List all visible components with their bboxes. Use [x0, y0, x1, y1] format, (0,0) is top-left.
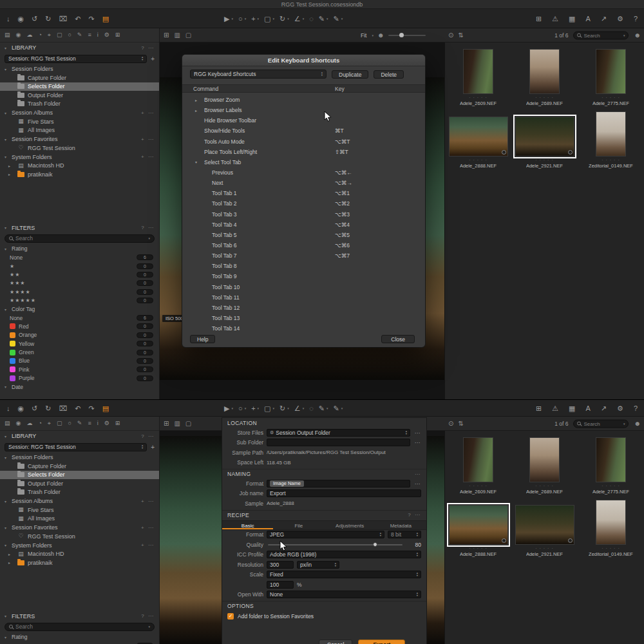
section-session-folders[interactable]: ▾Session Folders [0, 453, 159, 462]
redo-icon[interactable]: ↷ [88, 404, 94, 412]
draw-mask-tool-icon[interactable]: ✎▾ [319, 15, 328, 22]
recipe-format-select[interactable]: JPEG ▴▾ [267, 531, 384, 538]
sub-folder-input[interactable] [267, 439, 410, 446]
delete-button[interactable]: Delete [374, 70, 404, 79]
rotate-ccw-icon[interactable]: ↺ [32, 404, 37, 412]
rotate-cw-icon[interactable]: ↻ [45, 404, 51, 412]
scale-select[interactable]: Fixed ▴▾ [267, 571, 421, 578]
store-files-more-button[interactable]: ⋯ [413, 430, 421, 436]
gear-icon[interactable]: ⚙ [617, 15, 623, 22]
thumbnail-cell[interactable]: · · · · ·Adele_2609.NEF [445, 45, 511, 108]
library-tab-icon[interactable]: ▤ [5, 32, 10, 38]
filter-row-none[interactable]: None6 [0, 314, 159, 322]
avatar-icon[interactable]: ☻ [634, 32, 641, 39]
filter-row--[interactable]: ★★★★★0 [0, 296, 159, 305]
eye-icon[interactable]: ⊙ [448, 32, 453, 39]
crop-tab-icon[interactable]: ▢ [57, 421, 62, 426]
single-view-icon[interactable]: ▢ [185, 421, 191, 427]
fit-dropdown[interactable]: Fit [361, 32, 366, 39]
info-tab-icon[interactable]: i [97, 421, 99, 426]
annotations-icon[interactable]: A [585, 15, 590, 22]
library-item-macintosh-hd[interactable]: ▸▤Macintosh HD [0, 162, 159, 171]
two-up-view-icon[interactable]: ▥ [174, 421, 180, 427]
filters-header[interactable]: ▾FILTERS? ⋯ [0, 611, 159, 621]
table-view-icon[interactable]: ⊞ [536, 404, 542, 412]
shortcut-row-tool-tab-9[interactable]: Tool Tab 9 [182, 271, 425, 281]
filter-row-pink[interactable]: Pink0 [0, 365, 159, 374]
quality-value[interactable]: 80 [407, 542, 421, 548]
loupe-tool-icon[interactable]: ○▾ [238, 404, 246, 412]
zoom-slider-knob[interactable] [399, 33, 404, 37]
browser-search-input[interactable]: Search▾ [573, 31, 629, 39]
avatar-icon[interactable]: ☻ [634, 421, 641, 427]
export-icon[interactable]: ↗ [601, 15, 607, 22]
list-tab-icon[interactable]: ≡ [88, 32, 91, 38]
add-folder-checkbox[interactable] [227, 613, 234, 620]
help-button[interactable]: Help [190, 335, 215, 343]
filter-row--[interactable]: ★★★★0 [0, 288, 159, 296]
store-files-select[interactable]: ⚙ Session Output Folder ▴▾ [267, 429, 410, 437]
expand-chevron-icon[interactable]: ▸ [195, 98, 197, 102]
shortcut-row-tool-tab-4[interactable]: Tool Tab 4⌥⌘4 [182, 220, 425, 230]
library-header[interactable]: ▾LIBRARY? ⋯ [0, 43, 159, 53]
section-system-folders-actions[interactable]: + ⋯ [141, 154, 155, 160]
settings-tab-icon[interactable]: ⚙ [104, 421, 109, 426]
library-item-capture-folder[interactable]: Capture Folder [0, 73, 159, 82]
filter-row-orange[interactable]: Orange0 [0, 331, 159, 339]
thumbnail-cell[interactable]: · · · · ·Zeditorial_0149.NEF [578, 496, 644, 558]
filter-row--[interactable]: ★0 [0, 261, 159, 270]
thumbnail-image[interactable] [463, 437, 493, 482]
thumbnail-image[interactable] [529, 49, 560, 94]
open-with-select[interactable]: None ▴▾ [267, 591, 421, 598]
adjustments-tab-icon[interactable]: ✎ [77, 421, 82, 426]
browser-toggle-icon[interactable]: ▤ [102, 15, 109, 22]
naming-format-more-button[interactable]: ⋯ [413, 480, 421, 487]
quality-slider-knob[interactable] [373, 542, 377, 547]
two-up-view-icon[interactable]: ▥ [174, 32, 180, 39]
multi-view-icon[interactable]: ⊞ [164, 421, 169, 427]
list-tab-icon[interactable]: ≡ [88, 421, 91, 426]
shortcut-row-tool-tab-7[interactable]: Tool Tab 7⌥⌘7 [182, 251, 425, 261]
thumbnail-image[interactable] [529, 437, 560, 482]
thumbnail-image[interactable]: · [449, 505, 508, 545]
rotate-tool-icon[interactable]: ↻▾ [279, 404, 289, 412]
library-item-selects-folder[interactable]: Selects Folder [0, 471, 159, 480]
add-session-button[interactable]: + [151, 444, 155, 451]
library-item-capture-folder[interactable]: Capture Folder [0, 462, 159, 471]
bit-depth-select[interactable]: 8 bit ▴▾ [388, 531, 421, 538]
filter-group-color-tag[interactable]: ▾Color Tag [0, 305, 159, 314]
help-icon[interactable]: ? [634, 404, 638, 412]
thumbnail-cell[interactable]: ·· · · · ·Adele_2921.NEF [511, 496, 578, 558]
shortcut-row-tools-auto-mode[interactable]: Tools Auto Mode⌥⌘T [182, 137, 425, 147]
session-selector[interactable]: Session: RGG Test Session▴▾ [5, 443, 147, 451]
batch-tab-icon[interactable]: ⊞ [115, 421, 120, 426]
redo-icon[interactable]: ↷ [88, 15, 94, 22]
erase-mask-tool-icon[interactable]: ✎▾ [333, 15, 343, 22]
library-tab-icon[interactable]: ▤ [5, 421, 10, 426]
section-system-folders[interactable]: ▾System Folders+ ⋯ [0, 153, 159, 162]
thumbnail-cell[interactable]: · · · · ·Adele_2689.NEF [511, 45, 578, 108]
undo-icon[interactable]: ↶ [75, 404, 80, 412]
shortcut-row-hide-browser-toolbar[interactable]: Hide Browser Toolbar [182, 115, 425, 126]
filter-group-date[interactable]: ▾Date [0, 383, 159, 392]
recipe-actions-button[interactable]: ? ⋯ [408, 512, 421, 518]
import-icon[interactable]: ↓ [6, 404, 10, 412]
rotate-cw-icon[interactable]: ↻ [45, 15, 51, 22]
library-item-five-stars[interactable]: ▦Five Stars [0, 117, 159, 126]
recipe-tab-file[interactable]: File [273, 521, 324, 529]
crop-tool-icon[interactable]: ▢▾ [264, 404, 274, 412]
filter-row--[interactable]: ★★★0 [0, 279, 159, 287]
proof-view-icon[interactable]: ▦ [569, 15, 575, 22]
multi-view-icon[interactable]: ⊞ [164, 32, 169, 39]
library-item-trash-folder[interactable]: Trash Folder [0, 100, 159, 109]
recipe-tab-basic[interactable]: Basic [222, 521, 273, 529]
shortcut-row-tool-tab-11[interactable]: Tool Tab 11 [182, 292, 425, 303]
loupe-tool-icon[interactable]: ○▾ [238, 15, 246, 22]
cloud-tab-icon[interactable]: ☁ [26, 421, 32, 426]
spot-tool-icon[interactable]: ◌ [309, 15, 314, 22]
shortcut-row-tool-tab-6[interactable]: Tool Tab 6⌥⌘6 [182, 240, 425, 251]
focus-tab-icon[interactable]: ⌖ [48, 421, 51, 426]
browser-search-input[interactable]: Search▾ [573, 419, 629, 428]
resolution-unit-select[interactable]: px/in ▴▾ [297, 561, 339, 569]
expand-chevron-icon[interactable]: ▸ [195, 108, 197, 113]
